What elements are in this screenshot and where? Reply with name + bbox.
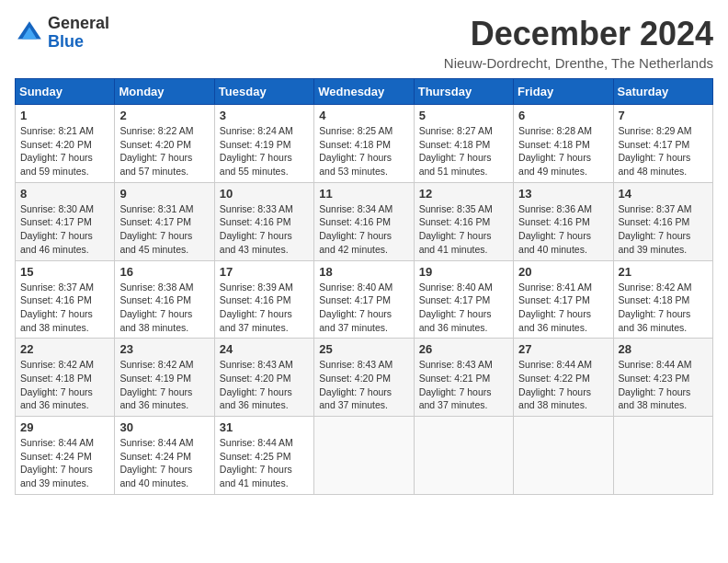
calendar-cell: 22 Sunrise: 8:42 AM Sunset: 4:18 PM Dayl…	[16, 339, 115, 417]
calendar-cell: 27 Sunrise: 8:44 AM Sunset: 4:22 PM Dayl…	[514, 339, 613, 417]
calendar-cell: 26 Sunrise: 8:43 AM Sunset: 4:21 PM Dayl…	[414, 339, 513, 417]
day-number: 23	[119, 342, 209, 356]
weekday-header-monday: Monday	[115, 79, 214, 105]
day-info: Sunrise: 8:24 AM Sunset: 4:19 PM Dayligh…	[220, 124, 309, 178]
day-number: 5	[419, 109, 508, 122]
day-number: 31	[220, 420, 309, 434]
day-number: 29	[20, 420, 109, 434]
calendar-week-row: 8 Sunrise: 8:30 AM Sunset: 4:17 PM Dayli…	[16, 182, 713, 260]
calendar-cell: 21 Sunrise: 8:42 AM Sunset: 4:18 PM Dayl…	[613, 260, 712, 339]
day-number: 3	[220, 109, 309, 122]
day-number: 15	[20, 265, 109, 279]
day-info: Sunrise: 8:29 AM Sunset: 4:17 PM Dayligh…	[619, 124, 708, 178]
weekday-header-tuesday: Tuesday	[214, 79, 313, 105]
calendar-cell: 14 Sunrise: 8:37 AM Sunset: 4:16 PM Dayl…	[613, 182, 712, 260]
day-info: Sunrise: 8:40 AM Sunset: 4:17 PM Dayligh…	[319, 281, 408, 335]
day-number: 24	[220, 342, 309, 356]
day-info: Sunrise: 8:44 AM Sunset: 4:25 PM Dayligh…	[220, 436, 309, 490]
day-info: Sunrise: 8:22 AM Sunset: 4:20 PM Dayligh…	[119, 124, 209, 178]
calendar-cell: 3 Sunrise: 8:24 AM Sunset: 4:19 PM Dayli…	[214, 105, 313, 183]
day-number: 26	[419, 342, 508, 356]
day-info: Sunrise: 8:30 AM Sunset: 4:17 PM Dayligh…	[20, 202, 109, 257]
day-number: 9	[119, 187, 209, 201]
weekday-header-friday: Friday	[514, 79, 613, 105]
day-number: 16	[119, 265, 209, 279]
calendar-cell: 11 Sunrise: 8:34 AM Sunset: 4:16 PM Dayl…	[314, 182, 414, 260]
calendar-table: SundayMondayTuesdayWednesdayThursdayFrid…	[15, 78, 713, 495]
day-info: Sunrise: 8:43 AM Sunset: 4:20 PM Dayligh…	[220, 358, 309, 412]
day-number: 21	[619, 265, 708, 279]
day-info: Sunrise: 8:35 AM Sunset: 4:16 PM Dayligh…	[419, 202, 508, 257]
day-info: Sunrise: 8:25 AM Sunset: 4:18 PM Dayligh…	[319, 124, 408, 178]
calendar-cell: 5 Sunrise: 8:27 AM Sunset: 4:18 PM Dayli…	[414, 105, 513, 183]
calendar-cell: 2 Sunrise: 8:22 AM Sunset: 4:20 PM Dayli…	[115, 105, 214, 183]
day-info: Sunrise: 8:28 AM Sunset: 4:18 PM Dayligh…	[518, 124, 608, 178]
calendar-cell	[514, 417, 613, 495]
day-number: 18	[319, 265, 408, 279]
calendar-cell: 20 Sunrise: 8:41 AM Sunset: 4:17 PM Dayl…	[514, 260, 613, 339]
day-number: 2	[119, 109, 209, 122]
calendar-cell: 15 Sunrise: 8:37 AM Sunset: 4:16 PM Dayl…	[16, 260, 115, 339]
calendar-cell: 6 Sunrise: 8:28 AM Sunset: 4:18 PM Dayli…	[514, 105, 613, 183]
logo: General Blue	[15, 15, 109, 52]
day-number: 30	[119, 420, 209, 434]
calendar-cell: 10 Sunrise: 8:33 AM Sunset: 4:16 PM Dayl…	[214, 182, 313, 260]
title-block: December 2024 Nieuw-Dordrecht, Drenthe, …	[444, 15, 713, 71]
calendar-cell: 28 Sunrise: 8:44 AM Sunset: 4:23 PM Dayl…	[613, 339, 712, 417]
day-number: 10	[220, 187, 309, 201]
day-info: Sunrise: 8:39 AM Sunset: 4:16 PM Dayligh…	[220, 281, 309, 335]
day-info: Sunrise: 8:37 AM Sunset: 4:16 PM Dayligh…	[619, 202, 708, 257]
calendar-cell: 1 Sunrise: 8:21 AM Sunset: 4:20 PM Dayli…	[16, 105, 115, 183]
calendar-cell: 12 Sunrise: 8:35 AM Sunset: 4:16 PM Dayl…	[414, 182, 513, 260]
day-info: Sunrise: 8:42 AM Sunset: 4:19 PM Dayligh…	[119, 358, 209, 412]
calendar-cell: 4 Sunrise: 8:25 AM Sunset: 4:18 PM Dayli…	[314, 105, 414, 183]
calendar-cell: 18 Sunrise: 8:40 AM Sunset: 4:17 PM Dayl…	[314, 260, 414, 339]
location-title: Nieuw-Dordrecht, Drenthe, The Netherland…	[444, 55, 713, 71]
day-number: 6	[518, 109, 608, 122]
day-number: 8	[20, 187, 109, 201]
calendar-week-row: 1 Sunrise: 8:21 AM Sunset: 4:20 PM Dayli…	[16, 105, 713, 183]
day-info: Sunrise: 8:31 AM Sunset: 4:17 PM Dayligh…	[119, 202, 209, 257]
weekday-header-sunday: Sunday	[16, 79, 115, 105]
weekday-header-saturday: Saturday	[613, 79, 712, 105]
calendar-cell: 30 Sunrise: 8:44 AM Sunset: 4:24 PM Dayl…	[115, 417, 214, 495]
calendar-cell: 16 Sunrise: 8:38 AM Sunset: 4:16 PM Dayl…	[115, 260, 214, 339]
calendar-cell: 9 Sunrise: 8:31 AM Sunset: 4:17 PM Dayli…	[115, 182, 214, 260]
day-number: 20	[518, 265, 608, 279]
day-number: 28	[619, 342, 708, 356]
day-info: Sunrise: 8:36 AM Sunset: 4:16 PM Dayligh…	[518, 202, 608, 257]
day-info: Sunrise: 8:27 AM Sunset: 4:18 PM Dayligh…	[419, 124, 508, 178]
calendar-week-row: 15 Sunrise: 8:37 AM Sunset: 4:16 PM Dayl…	[16, 260, 713, 339]
day-number: 13	[518, 187, 608, 201]
calendar-cell: 25 Sunrise: 8:43 AM Sunset: 4:20 PM Dayl…	[314, 339, 414, 417]
month-title: December 2024	[444, 15, 713, 53]
day-number: 17	[220, 265, 309, 279]
day-number: 27	[518, 342, 608, 356]
day-info: Sunrise: 8:44 AM Sunset: 4:24 PM Dayligh…	[20, 436, 109, 490]
day-number: 14	[619, 187, 708, 201]
weekday-header-row: SundayMondayTuesdayWednesdayThursdayFrid…	[16, 79, 713, 105]
day-number: 1	[20, 109, 109, 122]
calendar-cell: 24 Sunrise: 8:43 AM Sunset: 4:20 PM Dayl…	[214, 339, 313, 417]
weekday-header-thursday: Thursday	[414, 79, 513, 105]
day-info: Sunrise: 8:41 AM Sunset: 4:17 PM Dayligh…	[518, 281, 608, 335]
weekday-header-wednesday: Wednesday	[314, 79, 414, 105]
calendar-week-row: 29 Sunrise: 8:44 AM Sunset: 4:24 PM Dayl…	[16, 417, 713, 495]
logo-blue: Blue	[48, 32, 84, 51]
calendar-cell: 31 Sunrise: 8:44 AM Sunset: 4:25 PM Dayl…	[214, 417, 313, 495]
day-info: Sunrise: 8:43 AM Sunset: 4:21 PM Dayligh…	[419, 358, 508, 412]
page-header: General Blue December 2024 Nieuw-Dordrec…	[15, 15, 713, 71]
calendar-cell: 7 Sunrise: 8:29 AM Sunset: 4:17 PM Dayli…	[613, 105, 712, 183]
calendar-week-row: 22 Sunrise: 8:42 AM Sunset: 4:18 PM Dayl…	[16, 339, 713, 417]
day-info: Sunrise: 8:43 AM Sunset: 4:20 PM Dayligh…	[319, 358, 408, 412]
logo-text: General Blue	[48, 15, 109, 52]
day-info: Sunrise: 8:44 AM Sunset: 4:22 PM Dayligh…	[518, 358, 608, 412]
calendar-cell	[414, 417, 513, 495]
day-info: Sunrise: 8:38 AM Sunset: 4:16 PM Dayligh…	[119, 281, 209, 335]
calendar-cell: 17 Sunrise: 8:39 AM Sunset: 4:16 PM Dayl…	[214, 260, 313, 339]
day-info: Sunrise: 8:34 AM Sunset: 4:16 PM Dayligh…	[319, 202, 408, 257]
day-number: 22	[20, 342, 109, 356]
logo-general: General	[48, 14, 109, 32]
calendar-cell: 13 Sunrise: 8:36 AM Sunset: 4:16 PM Dayl…	[514, 182, 613, 260]
calendar-cell: 19 Sunrise: 8:40 AM Sunset: 4:17 PM Dayl…	[414, 260, 513, 339]
